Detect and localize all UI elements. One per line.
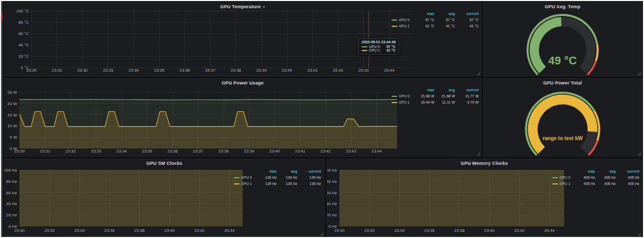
svg-text:100 Hz: 100 Hz — [5, 168, 17, 173]
legend-header-max[interactable]: max — [415, 11, 434, 17]
series-color-dash — [392, 96, 397, 97]
svg-text:40 Hz: 40 Hz — [327, 201, 337, 206]
panel-title-gpu-memory-clocks[interactable]: GPU Memory Clocks — [327, 161, 641, 166]
legend-header-current[interactable]: current — [456, 11, 479, 17]
legend-value: 57 °C — [435, 17, 455, 23]
svg-text:23:34: 23:34 — [128, 68, 139, 73]
chevron-down-icon[interactable]: ▾ — [263, 5, 265, 9]
svg-text:23:34: 23:34 — [394, 228, 405, 233]
legend-header-max[interactable]: max — [415, 87, 434, 93]
legend-series-gpu1[interactable]: GPU 1 — [392, 99, 414, 106]
tooltip-row-gpu1: GPU 1: 41 °C — [362, 48, 396, 52]
svg-text:20 W: 20 W — [7, 101, 17, 106]
svg-text:60 Hz: 60 Hz — [327, 191, 337, 195]
legend-value: 57 °C — [415, 17, 434, 23]
svg-text:23:33: 23:33 — [103, 68, 114, 73]
gauge-value: 49 °C — [484, 54, 641, 67]
legend-header-current[interactable]: current — [456, 87, 479, 93]
chart-tooltip: 2020-05-01 23:44:48 GPU 0: 57 °C GPU 1: … — [358, 38, 399, 55]
svg-text:23:40: 23:40 — [282, 68, 293, 73]
legend-value: 41 °C — [415, 23, 434, 29]
svg-text:23:35: 23:35 — [142, 149, 152, 154]
panel-gpu-temperature: GPU Temperature▾ 0 °C20 °C40 °C60 °C80 °… — [4, 2, 481, 76]
panel-resize-handle[interactable] — [320, 232, 324, 236]
series-color-dash — [234, 177, 240, 178]
svg-text:23:38: 23:38 — [134, 228, 145, 233]
legend-series-gpu1[interactable]: GPU 1 — [552, 181, 574, 187]
svg-text:23:42: 23:42 — [194, 228, 205, 233]
svg-text:10 W: 10 W — [7, 124, 17, 128]
legend-series-gpu1[interactable]: GPU 1 — [392, 23, 414, 29]
legend-value: 21.86 W — [415, 93, 434, 99]
panel-title-gpu-sm-clocks[interactable]: GPU SM Clocks — [5, 161, 324, 166]
legend-header-avg[interactable]: avg — [435, 87, 455, 93]
legend-table-memory-clocks: max avg current GPU 0 405 Hz 405 Hz 405 … — [552, 168, 639, 187]
svg-text:25 W: 25 W — [7, 90, 17, 95]
legend-series-gpu0[interactable]: GPU 0 — [392, 17, 414, 23]
tooltip-timestamp: 2020-05-01 23:44:48 — [362, 40, 396, 44]
panel-resize-handle[interactable] — [637, 72, 641, 75]
left-edge-red-mark — [1, 13, 3, 21]
legend-header-avg[interactable]: avg — [435, 11, 455, 17]
window-left-edge — [1, 1, 3, 237]
series-color-dash — [552, 177, 558, 178]
svg-text:23:42: 23:42 — [514, 228, 525, 233]
panel-resize-handle[interactable] — [637, 152, 641, 156]
legend-table-temperature: max avg current GPU 0 57 °C 57 °C 57 °C … — [392, 11, 479, 29]
svg-text:20 °C: 20 °C — [19, 54, 29, 59]
legend-header-max[interactable]: max — [575, 168, 595, 175]
svg-text:20 Hz: 20 Hz — [6, 213, 17, 217]
legend-header-current[interactable]: current — [617, 168, 639, 175]
svg-text:23:40: 23:40 — [269, 149, 280, 154]
panel-resize-handle[interactable] — [637, 232, 641, 236]
legend-value: 405 Hz — [596, 181, 616, 187]
legend-header-current[interactable]: current — [298, 168, 321, 175]
panel-resize-handle[interactable] — [477, 72, 480, 75]
panel-title-gpu-avg-temp[interactable]: GPU Avg. Temp — [484, 4, 641, 9]
svg-text:23:37: 23:37 — [205, 68, 216, 73]
svg-text:23:41: 23:41 — [295, 149, 306, 154]
grafana-dashboard: GPU Temperature▾ 0 °C20 °C40 °C60 °C80 °… — [1, 1, 643, 237]
legend-header-avg[interactable]: avg — [278, 168, 297, 175]
svg-text:23:38: 23:38 — [231, 68, 242, 73]
gpu-power-total-gauge — [484, 79, 641, 156]
legend-value: 21.77 W — [456, 93, 479, 99]
series-color-dash — [362, 50, 367, 51]
svg-text:23:31: 23:31 — [40, 149, 50, 154]
svg-text:23:32: 23:32 — [65, 149, 76, 154]
svg-text:23:38: 23:38 — [454, 228, 465, 233]
legend-value: 9.79 W — [456, 99, 479, 106]
svg-text:5 W: 5 W — [10, 135, 18, 140]
panel-gpu-memory-clocks: GPU Memory Clocks 0 Hz20 Hz40 Hz60 Hz80 … — [327, 159, 642, 237]
panel-title-gpu-temperature[interactable]: GPU Temperature▾ — [5, 4, 481, 9]
legend-value: 139 Hz — [278, 175, 297, 181]
panel-title-gpu-power-usage[interactable]: GPU Power Usage — [5, 80, 481, 86]
svg-text:60 °C: 60 °C — [19, 31, 29, 36]
svg-text:23:39: 23:39 — [256, 68, 267, 73]
tooltip-row-gpu0: GPU 0: 57 °C — [362, 45, 396, 48]
legend-value: 139 Hz — [298, 181, 321, 187]
svg-text:40 Hz: 40 Hz — [6, 201, 17, 206]
svg-text:23:32: 23:32 — [77, 68, 88, 73]
panel-title-gpu-power-total[interactable]: GPU Power Total — [484, 80, 641, 86]
legend-series-gpu0[interactable]: GPU 0 — [392, 93, 414, 99]
legend-value: 16.44 W — [415, 99, 434, 106]
series-color-dash — [552, 183, 558, 184]
svg-text:40 °C: 40 °C — [19, 43, 29, 47]
legend-series-gpu0[interactable]: GPU 0 — [234, 175, 256, 181]
svg-text:23:41: 23:41 — [308, 68, 318, 73]
svg-text:23:34: 23:34 — [116, 149, 127, 154]
svg-text:23:42: 23:42 — [320, 149, 331, 154]
legend-value: 405 Hz — [596, 175, 616, 181]
legend-header-avg[interactable]: avg — [596, 168, 616, 175]
panel-resize-handle[interactable] — [477, 152, 480, 156]
svg-text:23:36: 23:36 — [425, 228, 435, 233]
series-color-dash — [234, 183, 240, 184]
legend-value: 405 Hz — [575, 175, 595, 181]
legend-value: 139 Hz — [278, 181, 297, 187]
legend-value: 41 °C — [435, 23, 455, 29]
svg-text:23:30: 23:30 — [26, 68, 37, 73]
legend-header-max[interactable]: max — [257, 168, 277, 175]
legend-series-gpu0[interactable]: GPU 0 — [552, 175, 574, 181]
legend-series-gpu1[interactable]: GPU 1 — [234, 181, 256, 187]
